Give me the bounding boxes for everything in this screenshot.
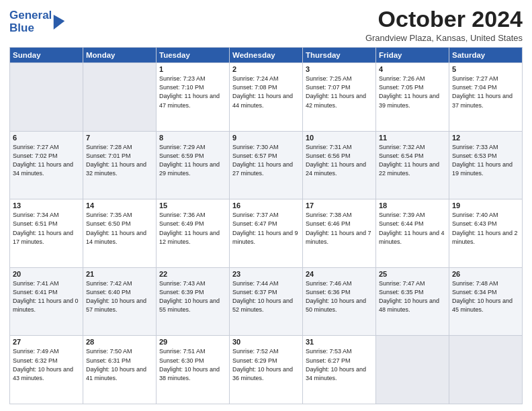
calendar-cell: 14Sunrise: 7:35 AMSunset: 6:50 PMDayligh… (83, 199, 157, 268)
calendar-cell: 15Sunrise: 7:36 AMSunset: 6:49 PMDayligh… (157, 199, 230, 268)
calendar-cell: 19Sunrise: 7:40 AMSunset: 6:43 PMDayligh… (449, 199, 523, 268)
weekday-header-saturday: Saturday (449, 48, 523, 63)
calendar-cell: 5Sunrise: 7:27 AMSunset: 7:04 PMDaylight… (449, 63, 523, 132)
cell-text: Sunrise: 7:53 AMSunset: 6:27 PMDaylight:… (306, 347, 373, 382)
day-number: 4 (379, 65, 446, 73)
day-number: 29 (159, 338, 226, 346)
cell-text: Sunrise: 7:23 AMSunset: 7:10 PMDaylight:… (159, 75, 226, 109)
cell-text: Sunrise: 7:29 AMSunset: 6:59 PMDaylight:… (159, 143, 226, 178)
day-number: 26 (452, 270, 519, 278)
calendar-cell: 3Sunrise: 7:25 AMSunset: 7:07 PMDaylight… (303, 63, 376, 132)
day-number: 14 (86, 201, 153, 210)
cell-text: Sunrise: 7:47 AMSunset: 6:35 PMDaylight:… (379, 279, 446, 314)
calendar-cell: 30Sunrise: 7:52 AMSunset: 6:29 PMDayligh… (230, 336, 303, 404)
page: General Blue October 2024 Grandview Plaz… (0, 0, 532, 411)
calendar-cell: 24Sunrise: 7:46 AMSunset: 6:36 PMDayligh… (303, 267, 376, 336)
logo: General Blue (9, 9, 65, 34)
calendar-cell: 26Sunrise: 7:48 AMSunset: 6:34 PMDayligh… (449, 267, 523, 336)
day-number: 12 (452, 134, 519, 142)
calendar-cell: 9Sunrise: 7:30 AMSunset: 6:57 PMDaylight… (230, 131, 303, 199)
cell-text: Sunrise: 7:50 AMSunset: 6:31 PMDaylight:… (86, 347, 153, 382)
day-number: 22 (159, 270, 226, 278)
cell-text: Sunrise: 7:26 AMSunset: 7:05 PMDaylight:… (379, 75, 446, 109)
calendar-cell (376, 336, 449, 404)
day-number: 23 (232, 270, 300, 278)
weekday-header-sunday: Sunday (10, 48, 83, 63)
cell-text: Sunrise: 7:28 AMSunset: 7:01 PMDaylight:… (86, 143, 153, 178)
cell-text: Sunrise: 7:31 AMSunset: 6:56 PMDaylight:… (306, 143, 373, 178)
calendar-cell (10, 63, 83, 132)
calendar-cell: 23Sunrise: 7:44 AMSunset: 6:37 PMDayligh… (230, 267, 303, 336)
day-number: 3 (306, 65, 373, 73)
calendar-cell: 10Sunrise: 7:31 AMSunset: 6:56 PMDayligh… (303, 131, 376, 199)
day-number: 18 (379, 201, 446, 210)
calendar-cell: 8Sunrise: 7:29 AMSunset: 6:59 PMDaylight… (157, 131, 230, 199)
day-number: 20 (13, 270, 80, 278)
calendar-cell (83, 63, 157, 132)
cell-text: Sunrise: 7:51 AMSunset: 6:30 PMDaylight:… (159, 347, 226, 382)
day-number: 1 (159, 65, 226, 73)
calendar-cell: 12Sunrise: 7:33 AMSunset: 6:53 PMDayligh… (449, 131, 523, 199)
header: General Blue October 2024 Grandview Plaz… (9, 7, 523, 43)
day-number: 8 (159, 134, 226, 142)
calendar-cell: 22Sunrise: 7:43 AMSunset: 6:39 PMDayligh… (157, 267, 230, 336)
cell-text: Sunrise: 7:39 AMSunset: 6:44 PMDaylight:… (379, 211, 446, 246)
cell-text: Sunrise: 7:30 AMSunset: 6:57 PMDaylight:… (232, 143, 300, 178)
weekday-header-monday: Monday (83, 48, 157, 63)
day-number: 21 (86, 270, 153, 278)
cell-text: Sunrise: 7:25 AMSunset: 7:07 PMDaylight:… (306, 75, 373, 109)
day-number: 5 (452, 65, 519, 73)
cell-text: Sunrise: 7:41 AMSunset: 6:41 PMDaylight:… (13, 279, 80, 314)
day-number: 16 (232, 201, 300, 210)
location: Grandview Plaza, Kansas, United States (365, 33, 523, 43)
month-title: October 2024 (365, 7, 523, 32)
calendar-cell (449, 336, 523, 404)
day-number: 24 (306, 270, 373, 278)
day-number: 10 (306, 134, 373, 142)
day-number: 15 (159, 201, 226, 210)
cell-text: Sunrise: 7:34 AMSunset: 6:51 PMDaylight:… (13, 211, 80, 246)
calendar-cell: 1Sunrise: 7:23 AMSunset: 7:10 PMDaylight… (157, 63, 230, 132)
calendar-cell: 20Sunrise: 7:41 AMSunset: 6:41 PMDayligh… (10, 267, 83, 336)
cell-text: Sunrise: 7:43 AMSunset: 6:39 PMDaylight:… (159, 279, 226, 314)
calendar-cell: 28Sunrise: 7:50 AMSunset: 6:31 PMDayligh… (83, 336, 157, 404)
cell-text: Sunrise: 7:52 AMSunset: 6:29 PMDaylight:… (232, 347, 300, 382)
calendar-cell: 11Sunrise: 7:32 AMSunset: 6:54 PMDayligh… (376, 131, 449, 199)
calendar-cell: 4Sunrise: 7:26 AMSunset: 7:05 PMDaylight… (376, 63, 449, 132)
cell-text: Sunrise: 7:33 AMSunset: 6:53 PMDaylight:… (452, 143, 519, 178)
header-right: October 2024 Grandview Plaza, Kansas, Un… (365, 7, 523, 43)
weekday-header-friday: Friday (376, 48, 449, 63)
cell-text: Sunrise: 7:35 AMSunset: 6:50 PMDaylight:… (86, 211, 153, 246)
calendar-cell: 18Sunrise: 7:39 AMSunset: 6:44 PMDayligh… (376, 199, 449, 268)
logo-icon (53, 15, 65, 30)
cell-text: Sunrise: 7:37 AMSunset: 6:47 PMDaylight:… (232, 211, 300, 246)
day-number: 2 (232, 65, 300, 73)
cell-text: Sunrise: 7:27 AMSunset: 7:04 PMDaylight:… (452, 75, 519, 109)
day-number: 17 (306, 201, 373, 210)
cell-text: Sunrise: 7:40 AMSunset: 6:43 PMDaylight:… (452, 211, 519, 246)
svg-marker-0 (54, 15, 65, 30)
calendar-cell: 17Sunrise: 7:38 AMSunset: 6:46 PMDayligh… (303, 199, 376, 268)
logo-text: General Blue (9, 9, 52, 34)
day-number: 19 (452, 201, 519, 210)
cell-text: Sunrise: 7:27 AMSunset: 7:02 PMDaylight:… (13, 143, 80, 178)
calendar-cell: 31Sunrise: 7:53 AMSunset: 6:27 PMDayligh… (303, 336, 376, 404)
day-number: 7 (86, 134, 153, 142)
day-number: 13 (13, 201, 80, 210)
day-number: 9 (232, 134, 300, 142)
cell-text: Sunrise: 7:32 AMSunset: 6:54 PMDaylight:… (379, 143, 446, 178)
weekday-header-wednesday: Wednesday (230, 48, 303, 63)
day-number: 27 (13, 338, 80, 346)
weekday-header-thursday: Thursday (303, 48, 376, 63)
day-number: 25 (379, 270, 446, 278)
calendar-table: SundayMondayTuesdayWednesdayThursdayFrid… (9, 47, 523, 404)
calendar-cell: 2Sunrise: 7:24 AMSunset: 7:08 PMDaylight… (230, 63, 303, 132)
day-number: 11 (379, 134, 446, 142)
cell-text: Sunrise: 7:49 AMSunset: 6:32 PMDaylight:… (13, 347, 80, 382)
calendar-cell: 6Sunrise: 7:27 AMSunset: 7:02 PMDaylight… (10, 131, 83, 199)
day-number: 31 (306, 338, 373, 346)
calendar-cell: 13Sunrise: 7:34 AMSunset: 6:51 PMDayligh… (10, 199, 83, 268)
cell-text: Sunrise: 7:48 AMSunset: 6:34 PMDaylight:… (452, 279, 519, 314)
calendar-cell: 21Sunrise: 7:42 AMSunset: 6:40 PMDayligh… (83, 267, 157, 336)
day-number: 28 (86, 338, 153, 346)
